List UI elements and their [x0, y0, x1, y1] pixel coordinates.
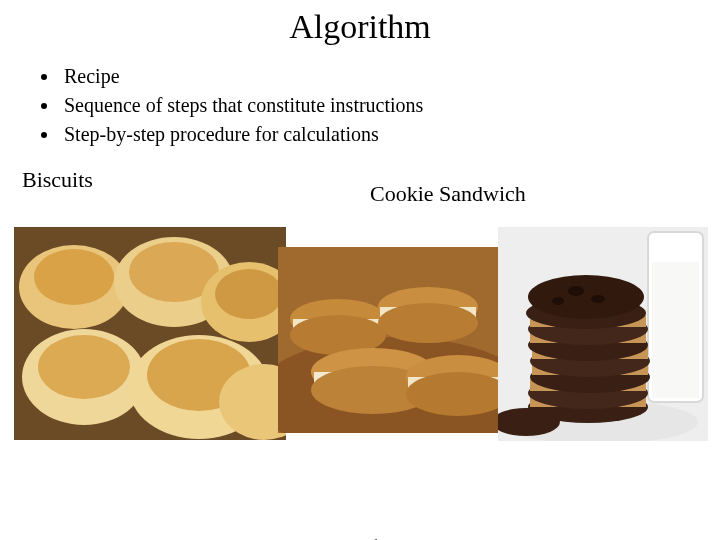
image-cookie-sandwich: [278, 247, 510, 433]
svg-point-2: [34, 249, 114, 305]
bullet-list: Recipe Sequence of steps that constitute…: [50, 62, 720, 149]
label-cookie-sandwich: Cookie Sandwich: [370, 181, 526, 207]
svg-point-43: [528, 275, 644, 319]
svg-point-25: [406, 372, 510, 416]
image-biscuits: [14, 227, 286, 440]
svg-point-19: [378, 303, 478, 343]
svg-rect-28: [652, 262, 699, 398]
image-row: [0, 227, 720, 457]
list-item: Step-by-step procedure for calculations: [60, 120, 720, 149]
svg-point-46: [552, 297, 564, 305]
list-item: Sequence of steps that constitute instru…: [60, 91, 720, 120]
slide-title: Algorithm: [0, 8, 720, 46]
svg-point-8: [38, 335, 130, 399]
image-chocolate-cookies: [498, 227, 708, 441]
image-labels-row: Biscuits Cookie Sandwich: [0, 167, 720, 227]
slide: Algorithm Recipe Sequence of steps that …: [0, 8, 720, 540]
svg-point-6: [215, 269, 283, 319]
list-item: Recipe: [60, 62, 720, 91]
svg-point-44: [568, 286, 584, 296]
svg-point-45: [591, 295, 605, 303]
label-biscuits: Biscuits: [22, 167, 93, 193]
